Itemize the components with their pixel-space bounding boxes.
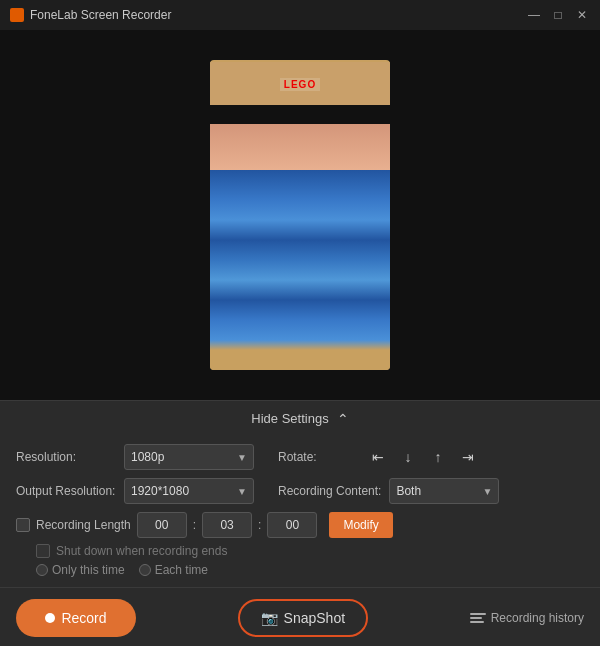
each-time-radio[interactable]: Each time bbox=[139, 563, 208, 577]
rotate-label: Rotate: bbox=[278, 450, 358, 464]
output-resolution-select[interactable]: 1920*1080 ▼ bbox=[124, 478, 254, 504]
rotate-last-button[interactable]: ⇥ bbox=[456, 445, 480, 469]
modify-button[interactable]: Modify bbox=[329, 512, 392, 538]
recording-history-label: Recording history bbox=[491, 611, 584, 625]
hide-settings-label: Hide Settings bbox=[251, 411, 328, 426]
history-line-1 bbox=[470, 613, 486, 615]
video-preview: LEGO bbox=[210, 60, 390, 370]
settings-panel: Hide Settings ⌃ Resolution: 1080p ▼ Rota… bbox=[0, 400, 600, 587]
app-icon bbox=[10, 8, 24, 22]
resolution-label: Resolution: bbox=[16, 450, 116, 464]
history-line-2 bbox=[470, 617, 482, 619]
recording-content-value: Both bbox=[396, 484, 421, 498]
time-seconds-input[interactable]: 00 bbox=[267, 512, 317, 538]
video-banner-text: LEGO bbox=[280, 78, 320, 91]
output-resolution-row: Output Resolution: 1920*1080 ▼ Recording… bbox=[16, 478, 584, 504]
snapshot-label: SnapShot bbox=[284, 610, 346, 626]
output-resolution-label: Output Resolution: bbox=[16, 484, 116, 498]
history-line-3 bbox=[470, 621, 484, 623]
time-minutes-input[interactable]: 03 bbox=[202, 512, 252, 538]
video-gap1 bbox=[210, 105, 390, 123]
resolution-select[interactable]: 1080p ▼ bbox=[124, 444, 254, 470]
recording-content-label: Recording Content: bbox=[278, 484, 381, 498]
output-resolution-value: 1920*1080 bbox=[131, 484, 189, 498]
close-button[interactable]: ✕ bbox=[574, 7, 590, 23]
output-resolution-arrow-icon: ▼ bbox=[237, 486, 247, 497]
each-time-label: Each time bbox=[155, 563, 208, 577]
maximize-button[interactable]: □ bbox=[550, 7, 566, 23]
each-time-radio-icon bbox=[139, 564, 151, 576]
time-sep-1: : bbox=[193, 518, 196, 532]
record-dot-icon bbox=[45, 613, 55, 623]
shutdown-checkbox[interactable] bbox=[36, 544, 50, 558]
video-content: LEGO bbox=[210, 60, 390, 370]
rotate-right-button[interactable]: ↑ bbox=[426, 445, 450, 469]
rotate-left-button[interactable]: ↓ bbox=[396, 445, 420, 469]
shutdown-row: Shut down when recording ends bbox=[36, 544, 584, 558]
resolution-row: Resolution: 1080p ▼ Rotate: ⇤ ↓ ↑ ⇥ bbox=[16, 444, 584, 470]
rotate-first-button[interactable]: ⇤ bbox=[366, 445, 390, 469]
video-hand bbox=[210, 124, 390, 170]
time-sep-2: : bbox=[258, 518, 261, 532]
app-title: FoneLab Screen Recorder bbox=[30, 8, 171, 22]
record-label: Record bbox=[61, 610, 106, 626]
title-bar: FoneLab Screen Recorder — □ ✕ bbox=[0, 0, 600, 30]
hide-settings-bar[interactable]: Hide Settings ⌃ bbox=[0, 400, 600, 436]
video-preview-area: LEGO bbox=[0, 30, 600, 400]
record-button[interactable]: Record bbox=[16, 599, 136, 637]
minimize-button[interactable]: — bbox=[526, 7, 542, 23]
only-this-time-radio[interactable]: Only this time bbox=[36, 563, 125, 577]
recording-length-row: Recording Length 00 : 03 : 00 Modify bbox=[16, 512, 584, 538]
title-bar-controls: — □ ✕ bbox=[526, 7, 590, 23]
shutdown-label: Shut down when recording ends bbox=[56, 544, 227, 558]
video-top-banner: LEGO bbox=[210, 62, 390, 105]
chevron-up-icon: ⌃ bbox=[337, 411, 349, 427]
only-this-time-label: Only this time bbox=[52, 563, 125, 577]
radio-row: Only this time Each time bbox=[36, 563, 584, 577]
history-icon bbox=[470, 613, 486, 623]
rotate-controls: ⇤ ↓ ↑ ⇥ bbox=[366, 445, 480, 469]
title-bar-left: FoneLab Screen Recorder bbox=[10, 8, 171, 22]
recording-length-label: Recording Length bbox=[36, 518, 131, 532]
snapshot-button[interactable]: 📷 SnapShot bbox=[238, 599, 368, 637]
bottom-bar: Record 📷 SnapShot Recording history bbox=[0, 587, 600, 646]
camera-icon: 📷 bbox=[261, 610, 278, 626]
resolution-value: 1080p bbox=[131, 450, 164, 464]
resolution-arrow-icon: ▼ bbox=[237, 452, 247, 463]
only-this-time-radio-icon bbox=[36, 564, 48, 576]
recording-content-arrow-icon: ▼ bbox=[483, 486, 493, 497]
time-hours-input[interactable]: 00 bbox=[137, 512, 187, 538]
video-skull bbox=[210, 170, 390, 370]
recording-length-checkbox[interactable] bbox=[16, 518, 30, 532]
settings-content: Resolution: 1080p ▼ Rotate: ⇤ ↓ ↑ ⇥ Outp… bbox=[0, 436, 600, 587]
recording-history-button[interactable]: Recording history bbox=[470, 611, 584, 625]
recording-content-select[interactable]: Both ▼ bbox=[389, 478, 499, 504]
